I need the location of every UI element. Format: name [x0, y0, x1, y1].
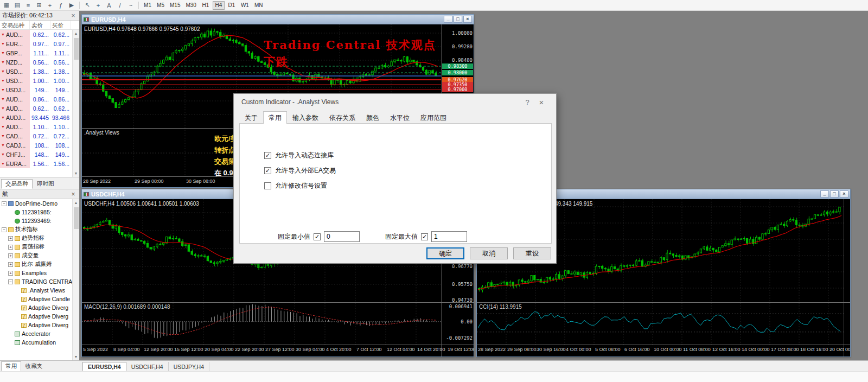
scrollbar-thumb[interactable] — [74, 38, 79, 60]
navigator-item[interactable]: ƒAdaptive Diverg — [0, 321, 72, 329]
market-watch-list[interactable]: ▼AUD...0.62...0.62...▼EUR...0.97...0.97.… — [0, 30, 72, 177]
timeframe-button-m5[interactable]: M5 — [155, 1, 167, 10]
scroll-up-icon[interactable]: ▲ — [74, 199, 78, 206]
timeframe-button-h1[interactable]: H1 — [200, 1, 212, 10]
scrollbar-thumb[interactable] — [74, 207, 79, 229]
close-button[interactable]: × — [463, 16, 472, 23]
timeframe-button-h4[interactable]: H4 — [213, 1, 225, 10]
close-icon[interactable]: × — [69, 190, 77, 198]
checkbox-checked[interactable]: ✓ — [264, 152, 271, 159]
market-watch-row[interactable]: ▼USD...1.38...1.38... — [0, 67, 72, 76]
navigator-tab-常用[interactable]: 常用 — [1, 361, 21, 371]
expand-icon[interactable]: + — [8, 245, 13, 250]
restore-button[interactable]: □ — [454, 16, 462, 23]
navigator-item[interactable]: ƒAdaptive Candle — [0, 295, 72, 303]
market-watch-row[interactable]: ▼AUD...0.86...0.86... — [0, 94, 72, 104]
navigator-item[interactable]: +趋势指标 — [0, 234, 72, 243]
indicators-icon[interactable]: ~ — [126, 1, 136, 10]
navigator-item[interactable]: ƒAdaptive Diverg — [0, 303, 72, 312]
navigator-item[interactable]: 112393469: — [0, 217, 72, 225]
column-header[interactable]: 买价 — [50, 21, 71, 29]
collapse-icon[interactable]: − — [2, 227, 7, 232]
usdjpy-price-scale[interactable] — [844, 199, 850, 356]
expand-icon[interactable]: + — [8, 253, 13, 258]
close-icon[interactable]: × — [69, 12, 77, 20]
navigator-item[interactable]: +Examples — [0, 269, 72, 277]
dialog-button-确定[interactable]: 确定 — [426, 247, 464, 259]
dialog-tab-颜色[interactable]: 颜色 — [361, 111, 385, 124]
timeframe-button-m1[interactable]: M1 — [142, 1, 154, 10]
navigator-tree[interactable]: −DooPrime-Demo112391985:112393469:−技术指标+… — [0, 199, 72, 360]
cursor-icon[interactable]: ↖ — [82, 1, 92, 10]
scroll-down-icon[interactable]: ▼ — [74, 353, 78, 360]
profiles-icon[interactable]: ▤ — [12, 1, 22, 10]
collapse-icon[interactable]: − — [8, 279, 13, 284]
minimize-button[interactable]: _ — [444, 16, 452, 23]
market-watch-header[interactable]: 市场报价: 06:42:13 × — [0, 11, 79, 21]
navigator-item[interactable]: ƒAdaptive Diverg — [0, 312, 72, 321]
panel-divider[interactable] — [477, 302, 850, 303]
navigator-item[interactable]: +比尔 威廉姆 — [0, 260, 72, 269]
text-label-icon[interactable]: A — [104, 1, 114, 10]
navigator-item[interactable]: 112391985: — [0, 208, 72, 217]
crosshair-icon[interactable]: + — [93, 1, 103, 10]
eurusd-window-titlebar[interactable]: EURUSD,H4 _ □ × — [82, 15, 474, 24]
market-watch-row[interactable]: ▼CAD...0.72...0.72... — [0, 131, 72, 141]
market-watch-row[interactable]: ▼USD...1.00...1.00... — [0, 76, 72, 85]
dialog-titlebar[interactable]: Custom Indicator - .Analyst Views ? × — [234, 94, 556, 110]
expert-advisor-icon[interactable]: ƒ — [56, 1, 66, 10]
market-watch-row[interactable]: ▼AUD...0.62...0.62... — [0, 30, 72, 39]
timeframe-button-w1[interactable]: W1 — [239, 1, 251, 10]
dialog-button-重设[interactable]: 重设 — [513, 247, 551, 259]
market-watch-tab-即时图[interactable]: 即时图 — [33, 179, 59, 189]
navigator-scrollbar[interactable]: ▲ ▼ — [72, 199, 79, 360]
market-watch-tab-交易品种[interactable]: 交易品种 — [1, 179, 33, 189]
market-watch-row[interactable]: ▼GBP...1.11...1.11... — [0, 48, 72, 58]
navigator-tab-收藏夹[interactable]: 收藏夹 — [21, 361, 47, 371]
dialog-button-取消[interactable]: 取消 — [470, 247, 508, 259]
dialog-tab-关于[interactable]: 关于 — [239, 111, 263, 124]
navigator-item[interactable]: −技术指标 — [0, 225, 72, 234]
dialog-tab-依存关系[interactable]: 依存关系 — [324, 111, 361, 124]
checkbox-checked[interactable]: ✓ — [314, 233, 321, 240]
dialog-tab-常用[interactable]: 常用 — [263, 111, 287, 124]
new-order-icon[interactable]: + — [45, 1, 55, 10]
expand-icon[interactable]: + — [8, 262, 13, 267]
scroll-down-icon[interactable]: ▼ — [74, 170, 78, 177]
close-icon[interactable]: × — [534, 98, 548, 107]
market-watch-row[interactable]: ▼EURA...1.56...1.56... — [0, 159, 72, 168]
trendline-icon[interactable]: / — [115, 1, 125, 10]
minimize-button[interactable]: _ — [820, 190, 829, 198]
navigator-item[interactable]: +成交量 — [0, 251, 72, 260]
market-watch-row[interactable]: ▼AUDJ...93.44593.466 — [0, 113, 72, 122]
panel-divider[interactable] — [82, 302, 474, 303]
chart-tab-EURUSD,H4[interactable]: EURUSD,H4 — [82, 362, 126, 371]
market-watch-scrollbar[interactable]: ▲ ▼ — [72, 30, 79, 177]
checkbox-checked[interactable]: ✓ — [421, 233, 428, 240]
autotrading-icon[interactable]: ▶ — [67, 1, 76, 10]
expand-icon[interactable]: + — [8, 236, 13, 241]
timeframe-button-m15[interactable]: M15 — [168, 1, 182, 10]
dialog-tab-输入参数[interactable]: 输入参数 — [287, 111, 324, 124]
column-header[interactable]: 交易品种 — [0, 21, 30, 29]
timeframe-button-mn[interactable]: MN — [252, 1, 265, 10]
close-button[interactable]: × — [840, 190, 848, 198]
scroll-up-icon[interactable]: ▲ — [74, 30, 78, 37]
timeframe-button-d1[interactable]: D1 — [226, 1, 238, 10]
restore-button[interactable]: □ — [830, 190, 839, 198]
market-watch-row[interactable]: ▼EUR...0.97...0.97... — [0, 39, 72, 48]
fixed-min-input[interactable] — [324, 231, 360, 242]
new-chart-icon[interactable]: ▦ — [2, 1, 11, 10]
timeframe-button-m30[interactable]: M30 — [183, 1, 198, 10]
navigator-header[interactable]: 航 × — [0, 189, 79, 199]
checkbox-unchecked[interactable] — [264, 182, 271, 189]
navigator-item[interactable]: +震荡指标 — [0, 243, 72, 251]
data-window-icon[interactable]: ⊞ — [34, 1, 44, 10]
navigator-item[interactable]: Accelerator — [0, 329, 72, 338]
chart-tab-USDJPY,H4[interactable]: USDJPY,H4 — [169, 362, 209, 371]
dialog-tab-应用范围[interactable]: 应用范围 — [415, 111, 452, 124]
market-watch-row[interactable]: ▼AUD...1.10...1.10... — [0, 122, 72, 131]
expand-icon[interactable]: + — [8, 271, 13, 276]
market-watch-row[interactable]: ▼CADJ...108...108... — [0, 141, 72, 150]
market-watch-row[interactable]: ▼NZD...0.56...0.56... — [0, 58, 72, 67]
